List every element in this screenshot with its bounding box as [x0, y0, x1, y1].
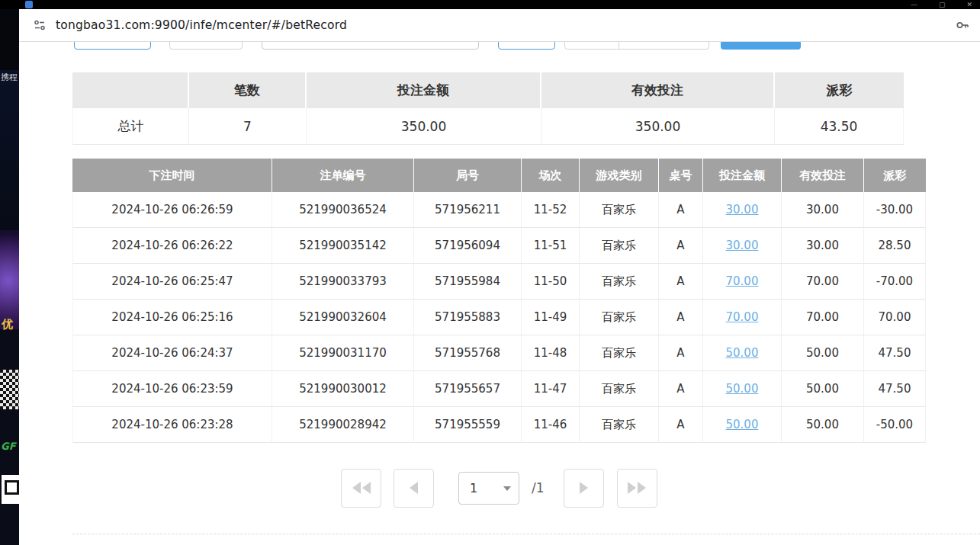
summary-header-count: 笔数 — [189, 72, 307, 108]
cell-session: 11-52 — [522, 192, 580, 228]
bet-amount-link[interactable]: 50.00 — [726, 418, 759, 431]
summary-header-bet-amount: 投注金额 — [307, 72, 541, 108]
password-key-icon[interactable] — [954, 17, 971, 34]
summary-total-label: 总计 — [72, 108, 189, 145]
desktop-ad-text-xiecheng: 携程 — [1, 72, 18, 83]
summary-header-payout: 派彩 — [775, 72, 904, 108]
header-bet-time: 下注时间 — [72, 159, 272, 192]
right-arrow-icon — [580, 482, 588, 494]
cell-bet-amount: 70.00 — [703, 264, 782, 300]
filter-button-4[interactable] — [564, 42, 619, 50]
cell-game-type: 百家乐 — [580, 407, 659, 443]
header-bet-amount: 投注金额 — [703, 159, 782, 192]
cell-bet-time: 2024-10-26 06:26:59 — [72, 192, 272, 228]
cell-bet-amount: 50.00 — [703, 407, 782, 443]
cell-bet-time: 2024-10-26 06:25:47 — [72, 264, 272, 300]
cell-game-type: 百家乐 — [580, 264, 659, 300]
header-session: 场次 — [522, 159, 580, 192]
first-page-button[interactable] — [341, 469, 381, 508]
bet-table-header-row: 下注时间 注单编号 局号 场次 游戏类别 桌号 投注金额 有效投注 派彩 — [72, 159, 926, 192]
header-valid-bet: 有效投注 — [782, 159, 864, 192]
filter-button-2[interactable] — [169, 42, 243, 50]
filter-button-5[interactable] — [619, 42, 709, 50]
cell-payout: 47.50 — [864, 335, 926, 371]
cell-session: 11-49 — [522, 300, 580, 335]
summary-total-count: 7 — [189, 108, 307, 145]
filter-input[interactable] — [262, 42, 479, 50]
last-page-button[interactable] — [617, 469, 657, 508]
summary-header-valid-bet: 有效投注 — [541, 72, 775, 108]
header-table-no: 桌号 — [659, 159, 703, 192]
cell-round-id: 571955883 — [414, 300, 522, 335]
cell-session: 11-48 — [522, 335, 580, 371]
total-pages-label: /1 — [532, 480, 545, 495]
cell-table-no: A — [659, 192, 703, 228]
filter-button-3[interactable] — [498, 42, 555, 50]
cell-bet-amount: 70.00 — [703, 300, 782, 335]
bet-amount-link[interactable]: 50.00 — [726, 382, 759, 396]
cell-order-id: 521990036524 — [272, 192, 414, 228]
pagination: 1 /1 — [341, 468, 657, 508]
next-page-button[interactable] — [564, 469, 604, 508]
cell-session: 11-47 — [522, 371, 580, 407]
bet-record-table: 下注时间 注单编号 局号 场次 游戏类别 桌号 投注金额 有效投注 派彩 202… — [72, 159, 926, 443]
cell-table-no: A — [659, 264, 703, 300]
cell-payout: 70.00 — [864, 300, 926, 335]
cell-valid-bet: 30.00 — [782, 228, 864, 264]
double-right-arrow-icon — [628, 482, 636, 494]
cell-payout: -50.00 — [864, 407, 926, 443]
table-row: 2024-10-26 06:23:59 521990030012 5719556… — [72, 371, 926, 407]
browser-titlebar: — ▢ ✕ — [0, 0, 980, 9]
cell-round-id: 571956094 — [414, 228, 522, 264]
summary-total-row: 总计 7 350.00 350.00 43.50 — [72, 108, 904, 145]
summary-total-payout: 43.50 — [775, 108, 904, 145]
url-text[interactable]: tongbao31.com:9900/infe/mcenter/#/betRec… — [56, 18, 347, 32]
screen: 携程 优 GF — ▢ ✕ tongbao31.com:9900/infe/mc… — [0, 0, 980, 545]
cell-table-no: A — [659, 228, 703, 264]
search-button[interactable] — [721, 42, 801, 50]
table-row: 2024-10-26 06:26:59 521990036524 5719562… — [72, 192, 926, 228]
cell-game-type: 百家乐 — [580, 228, 659, 264]
minimize-icon[interactable]: — — [911, 0, 917, 9]
cell-game-type: 百家乐 — [580, 192, 659, 228]
summary-header-empty — [72, 72, 189, 108]
cell-round-id: 571956211 — [414, 192, 522, 228]
cell-table-no: A — [659, 335, 703, 371]
left-arrow-icon — [410, 482, 418, 494]
cell-session: 11-46 — [522, 407, 580, 443]
bet-amount-link[interactable]: 70.00 — [726, 274, 759, 288]
cell-payout: -70.00 — [864, 264, 926, 300]
summary-total-valid-bet: 350.00 — [541, 108, 775, 145]
bet-amount-link[interactable]: 70.00 — [726, 310, 759, 324]
summary-table: 笔数 投注金额 有效投注 派彩 总计 7 350.00 350.00 43.50 — [72, 72, 904, 145]
cell-payout: 47.50 — [864, 371, 926, 407]
bet-amount-link[interactable]: 30.00 — [726, 239, 759, 252]
cell-session: 11-50 — [522, 264, 580, 300]
cell-round-id: 571955984 — [414, 264, 522, 300]
desktop-ad-text-gf: GF — [1, 441, 16, 452]
maximize-icon[interactable]: ▢ — [939, 0, 946, 9]
bet-table-body: 2024-10-26 06:26:59 521990036524 5719562… — [72, 192, 926, 443]
header-order-id: 注单编号 — [272, 159, 414, 192]
table-row: 2024-10-26 06:25:47 521990033793 5719559… — [72, 264, 926, 300]
filter-button-1[interactable] — [74, 42, 151, 50]
cell-session: 11-51 — [522, 228, 580, 264]
table-row: 2024-10-26 06:26:22 521990035142 5719560… — [72, 228, 926, 264]
cell-bet-amount: 30.00 — [703, 192, 782, 228]
close-icon[interactable]: ✕ — [966, 0, 972, 9]
double-left-arrow-icon — [352, 482, 361, 494]
bet-amount-link[interactable]: 50.00 — [726, 346, 759, 360]
cell-table-no: A — [659, 371, 703, 407]
bet-amount-link[interactable]: 30.00 — [726, 203, 759, 216]
previous-page-button[interactable] — [394, 469, 434, 508]
tab-favicon-icon — [25, 1, 33, 8]
cell-game-type: 百家乐 — [580, 300, 659, 335]
site-info-icon[interactable] — [31, 17, 48, 34]
cell-bet-time: 2024-10-26 06:26:22 — [72, 228, 272, 264]
cell-order-id: 521990028942 — [272, 407, 414, 443]
window-controls: — ▢ ✕ — [911, 0, 972, 9]
cell-order-id: 521990033793 — [272, 264, 414, 300]
table-row: 2024-10-26 06:25:16 521990032604 5719558… — [72, 300, 926, 335]
page-select[interactable]: 1 — [458, 472, 519, 505]
cell-valid-bet: 50.00 — [782, 407, 864, 443]
